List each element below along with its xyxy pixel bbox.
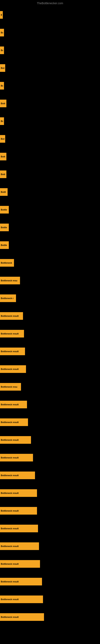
bar-label: Bo (1, 49, 3, 52)
bar-item: Bott (0, 100, 6, 107)
bar-label: Bottleneck result (1, 616, 19, 618)
bar-row: Bo (0, 77, 100, 94)
bar-item: Bottleneck result (0, 613, 44, 621)
bar-row: Bottleneck result (0, 449, 100, 466)
bar-row: Bo (0, 42, 100, 59)
bar-item: Bot (0, 64, 5, 72)
bar-row: Bottleneck resu (0, 272, 100, 290)
bar-row: Bottleneck result (0, 466, 100, 484)
bar-row: Bottle (0, 201, 100, 218)
bar-row: Bott (0, 166, 100, 183)
bar-item: Bottleneck r (0, 294, 16, 302)
bar-row: Bo (0, 112, 100, 130)
bar-item: Bottle (0, 241, 9, 249)
bar-row: Bottleneck result (0, 307, 100, 325)
bar-label: Bot (1, 67, 4, 69)
bar-item: Bottleneck result (0, 312, 23, 320)
bar-item: Bottleneck resu (0, 277, 20, 284)
bar-label: Bottleneck result (1, 527, 19, 530)
bar-row: Bott (0, 148, 100, 166)
bar-item: Bottleneck result (0, 472, 35, 479)
bar-item: Bo (0, 117, 4, 125)
bar-row: Bottleneck resu (0, 378, 100, 396)
bar-item: Bottleneck result (0, 418, 28, 426)
bar-row: Bottleneck result (0, 608, 100, 626)
bar-row: Bottleneck (0, 254, 100, 272)
bar-item: Bottleneck result (0, 436, 31, 444)
bar-item: Bottleneck result (0, 560, 40, 568)
bar-label: Bottleneck result (1, 563, 19, 565)
bar-label: Bottleneck result (1, 598, 19, 600)
bar-item: Bottleneck result (0, 578, 42, 586)
bar-item: Bottle (0, 206, 9, 214)
bar-label: Bottleneck resu (1, 386, 17, 388)
bar-label: Bottl (1, 191, 6, 193)
bar-item: Bottl (0, 188, 8, 196)
bar-row: Bottleneck result (0, 342, 100, 360)
bar-item: Bo (0, 46, 4, 54)
bar-row: Bottle (0, 218, 100, 236)
bar-label: Bottleneck result (1, 350, 19, 352)
bar-label: Bottleneck resu (1, 279, 17, 282)
bar-row: Bottleneck result (0, 573, 100, 590)
bar-row: Bottleneck result (0, 396, 100, 413)
bar-label: Bot (1, 138, 4, 140)
bar-label: Bottleneck result (1, 474, 19, 476)
bar-item: B (0, 11, 3, 19)
bar-row: Bottleneck result (0, 360, 100, 378)
bar-row: Bottleneck r (0, 290, 100, 307)
bar-label: Bottleneck result (1, 492, 19, 494)
bar-label: Bottle (1, 226, 7, 228)
bar-row: Bottleneck result (0, 484, 100, 502)
bar-item: Bottleneck result (0, 542, 39, 550)
bar-row: Bottleneck result (0, 537, 100, 555)
bar-label: Bottle (1, 244, 7, 246)
bar-row: Bottleneck result (0, 590, 100, 608)
bar-row: Bottleneck result (0, 413, 100, 431)
bar-label: Bottleneck (1, 262, 12, 264)
bar-label: Bo (1, 120, 3, 122)
bar-item: Bottleneck (0, 259, 14, 267)
bar-item: Bottleneck result (0, 330, 24, 338)
bars-container: BBoBoBotBoBottBoBotBottBottBottlBottleBo… (0, 6, 100, 626)
bar-label: Bottleneck result (1, 439, 19, 441)
bar-label: Bott (1, 155, 5, 158)
bar-item: Bottleneck result (0, 489, 37, 497)
bar-label: Bo (1, 84, 3, 87)
bar-label: B (1, 14, 2, 16)
bar-label: Bottleneck result (1, 456, 19, 459)
bar-item: Bottleneck result (0, 525, 38, 532)
bar-label: Bottleneck r (1, 297, 14, 300)
bar-item: Bottleneck result (0, 507, 37, 514)
bar-row: Bot (0, 130, 100, 148)
bar-item: Bottleneck result (0, 454, 33, 462)
bar-row: B (0, 6, 100, 24)
bar-item: Bo (0, 82, 4, 90)
bar-item: Bottleneck result (0, 596, 43, 603)
bar-label: Bo (1, 32, 3, 34)
bar-label: Bott (1, 102, 5, 105)
bar-item: Bot (0, 135, 5, 143)
bar-row: Bot (0, 59, 100, 77)
bar-label: Bottleneck result (1, 421, 19, 424)
bar-label: Bottleneck result (1, 545, 19, 548)
bar-item: Bottleneck resu (0, 383, 21, 391)
bar-label: Bottleneck result (1, 403, 19, 406)
bar-label: Bottleneck result (1, 368, 19, 370)
bar-row: Bo (0, 24, 100, 42)
bar-item: Bottleneck result (0, 365, 26, 373)
bar-row: Bottl (0, 183, 100, 201)
site-title: TheBottlenecker.com (0, 0, 100, 6)
bar-row: Bottleneck result (0, 502, 100, 520)
bar-row: Bottleneck result (0, 520, 100, 537)
bar-label: Bottleneck result (1, 332, 19, 335)
bar-label: Bottleneck result (1, 510, 19, 512)
bar-item: Bottle (0, 224, 9, 231)
bar-item: Bott (0, 153, 6, 160)
bar-item: Bo (0, 29, 4, 36)
bar-label: Bottleneck result (1, 315, 19, 317)
bar-label: Bott (1, 173, 5, 176)
bar-item: Bottleneck result (0, 401, 27, 408)
bar-label: Bottle (1, 208, 7, 211)
bar-label: Bottleneck result (1, 580, 19, 583)
